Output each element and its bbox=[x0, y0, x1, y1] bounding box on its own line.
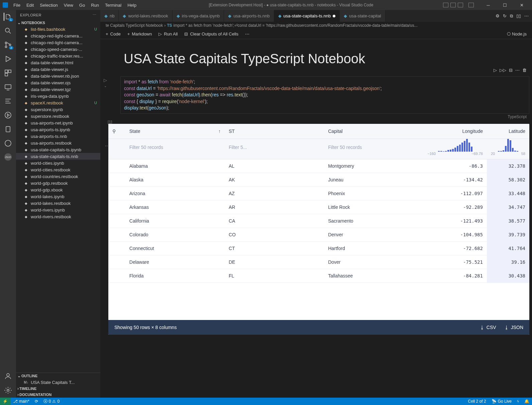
file-item[interactable]: ◆data-table-viewer.html bbox=[16, 59, 100, 66]
notebooks-section[interactable]: ⌄ NOTEBOOKS bbox=[16, 20, 100, 26]
menu-edit[interactable]: Edit bbox=[24, 1, 36, 9]
editor-tab[interactable]: ◆world-lakes.restbook bbox=[119, 10, 172, 22]
more-icon[interactable]: ⋯ bbox=[93, 13, 97, 17]
scm-activity[interactable]: 2 bbox=[4, 41, 12, 49]
file-item[interactable]: ◆world-countries.restbook bbox=[16, 173, 100, 180]
table-row[interactable]: AlabamaALMontgomery-86.332.378 bbox=[108, 159, 529, 173]
gear-icon[interactable]: ⚙ bbox=[496, 13, 500, 18]
file-item[interactable]: ◆world-cities.restbook bbox=[16, 166, 100, 173]
editor-tab[interactable]: ◆usa-airports-ts.nnb bbox=[224, 10, 274, 22]
remote-activity[interactable] bbox=[4, 83, 12, 91]
file-item[interactable]: ◆world-rivers.restbook bbox=[16, 213, 100, 220]
file-item[interactable]: ◆world-gdp.restbook bbox=[16, 180, 100, 186]
feedback-button[interactable]: 𐓏 bbox=[514, 399, 522, 404]
delete-icon[interactable]: 🗑 bbox=[522, 68, 527, 73]
split-cell-icon[interactable]: ⊟ bbox=[509, 68, 513, 73]
account-activity[interactable] bbox=[4, 372, 12, 380]
close-button[interactable]: ✕ bbox=[514, 0, 529, 10]
menu-go[interactable]: Go bbox=[77, 1, 88, 9]
table-row[interactable]: FloridaFLTallahassee-84.28130.438 bbox=[108, 269, 529, 282]
run-all-button[interactable]: ▷Run All bbox=[158, 31, 178, 36]
file-item[interactable]: ◆chicago-red-light-camera... bbox=[16, 39, 100, 46]
run-by-line-icon[interactable]: ▷▷ bbox=[500, 68, 506, 73]
breadcrumb[interactable]: te Capitals TypeScript Notebook › TS imp… bbox=[100, 22, 532, 29]
file-item[interactable]: ◆data-table-viewer.js bbox=[16, 66, 100, 73]
file-item[interactable]: ◆world-gdp.xbook bbox=[16, 186, 100, 193]
filter-state-input[interactable] bbox=[129, 142, 221, 153]
file-item[interactable]: ◆superstore.restbook bbox=[16, 113, 100, 119]
menu-view[interactable]: View bbox=[61, 1, 76, 9]
table-row[interactable]: ConnecticutCTHartford-72.68241.764 bbox=[108, 241, 529, 255]
cell-language[interactable]: TypeScript bbox=[508, 114, 527, 119]
menu-file[interactable]: File bbox=[11, 1, 23, 9]
file-item[interactable]: ◆spaceX.restbookU bbox=[16, 99, 100, 106]
file-item[interactable]: ◆world-lakes.ipynb bbox=[16, 193, 100, 200]
file-item[interactable]: ◆data-table-viewer.nb.json bbox=[16, 73, 100, 79]
remote-indicator[interactable]: ⚡ bbox=[0, 398, 10, 405]
file-item[interactable]: ◆usa-state-capitals-ts.nnb bbox=[16, 153, 100, 160]
notifications-button[interactable]: 🔔 bbox=[522, 399, 532, 404]
timeline-section[interactable]: › TIMELINE bbox=[16, 386, 100, 392]
go-live-button[interactable]: 📡 Go Live bbox=[489, 399, 514, 404]
col-latitude[interactable]: Latitude bbox=[487, 124, 529, 139]
export-csv-button[interactable]: ⭳ CSV bbox=[480, 325, 496, 330]
refresh-icon[interactable]: ↻ bbox=[503, 13, 507, 18]
file-item[interactable]: ◆list-files.bashbookU bbox=[16, 26, 100, 32]
col-state[interactable]: State↑ bbox=[125, 124, 225, 139]
extensions-activity[interactable] bbox=[4, 69, 12, 77]
file-item[interactable]: ◆chicago-red-light-camera... bbox=[16, 32, 100, 39]
more-icon[interactable]: ⋯ bbox=[524, 13, 529, 18]
documentation-section[interactable]: › DOCUMENTATION bbox=[16, 392, 100, 398]
file-item[interactable]: ◆world-lakes.restbook bbox=[16, 200, 100, 207]
filter-capital-input[interactable] bbox=[328, 142, 419, 153]
outline-item[interactable]: M↓ USA State Capitals T... bbox=[16, 379, 100, 386]
file-item[interactable]: ◆iris-vega-data.ipynb bbox=[16, 93, 100, 99]
file-item[interactable]: ◆usa-airports.restbook bbox=[16, 140, 100, 146]
col-capital[interactable]: Capital bbox=[324, 124, 423, 139]
table-row[interactable]: ArkansasARLittle Rock-92.28934.747 bbox=[108, 200, 529, 214]
editor-tab[interactable]: ◆usa-state-capitals-ts.nnb bbox=[274, 10, 340, 22]
menu-selection[interactable]: Selection bbox=[37, 1, 60, 9]
minimize-button[interactable]: ─ bbox=[481, 0, 496, 10]
settings-activity[interactable] bbox=[4, 386, 12, 394]
filter-st-input[interactable] bbox=[229, 142, 320, 153]
book-activity[interactable] bbox=[4, 125, 12, 133]
col-st[interactable]: ST bbox=[225, 124, 324, 139]
table-row[interactable]: AlaskaAKJuneau-134.4258.302 bbox=[108, 173, 529, 186]
github-activity[interactable] bbox=[4, 139, 12, 147]
file-item[interactable]: ◆usa-airports-ts.nnb bbox=[16, 133, 100, 140]
maximize-button[interactable]: ☐ bbox=[497, 0, 513, 10]
add-markdown-button[interactable]: +Markdown bbox=[127, 31, 152, 36]
table-row[interactable]: DelawareDEDover-75.52139.16 bbox=[108, 255, 529, 269]
code-editor[interactable]: import * as fetch from 'node-fetch'; con… bbox=[120, 76, 529, 114]
run-icon[interactable]: ▷ bbox=[494, 68, 497, 73]
editor-tab[interactable]: ◆iris-vega-data.ipynb bbox=[173, 10, 224, 22]
misc-activity[interactable] bbox=[4, 97, 12, 105]
debug-activity[interactable] bbox=[4, 55, 12, 63]
table-row[interactable]: CaliforniaCASacramento-121.49338.577 bbox=[108, 214, 529, 228]
clear-outputs-button[interactable]: ⊟Clear Outputs of All Cells bbox=[184, 31, 238, 36]
file-item[interactable]: ◆data-table-viewer.ojs bbox=[16, 79, 100, 86]
branch-indicator[interactable]: ⎇ main* bbox=[10, 399, 32, 404]
file-item[interactable]: ◆usa-state-capitals-ts.ipynb bbox=[16, 146, 100, 153]
file-item[interactable]: ◆chicago-speed-cameras-... bbox=[16, 46, 100, 53]
file-item[interactable]: ◆usa-airports-net.ipynb bbox=[16, 119, 100, 126]
file-item[interactable]: ◆world-cities.ipynb bbox=[16, 160, 100, 166]
run-cell-button[interactable]: ▷ bbox=[104, 78, 107, 83]
export-json-button[interactable]: ⭳ JSON bbox=[504, 325, 523, 330]
chevron-down-icon[interactable]: ⌄ bbox=[104, 84, 107, 88]
editor-tab[interactable]: ◆usa-state-capital bbox=[340, 10, 385, 22]
explorer-activity[interactable]: 1 bbox=[4, 13, 12, 21]
play-activity[interactable] bbox=[4, 111, 12, 119]
file-item[interactable]: ◆usa-airports-ts.ipynb bbox=[16, 126, 100, 133]
table-row[interactable]: ArizonaAZPhoenix-112.09733.448 bbox=[108, 186, 529, 200]
diff-icon[interactable]: ⧉ bbox=[510, 13, 513, 19]
json-activity[interactable]: Json bbox=[4, 153, 12, 161]
search-activity[interactable] bbox=[4, 27, 12, 35]
table-row[interactable]: ColoradoCODenver-104.98539.739 bbox=[108, 228, 529, 241]
menu-run[interactable]: Run bbox=[88, 1, 102, 9]
file-item[interactable]: ◆world-rivers.ipynb bbox=[16, 207, 100, 213]
more-icon[interactable]: ⋯ bbox=[515, 68, 520, 73]
filter-icon[interactable]: ⚲ bbox=[108, 124, 125, 139]
sync-button[interactable]: ⟳ bbox=[32, 399, 41, 404]
